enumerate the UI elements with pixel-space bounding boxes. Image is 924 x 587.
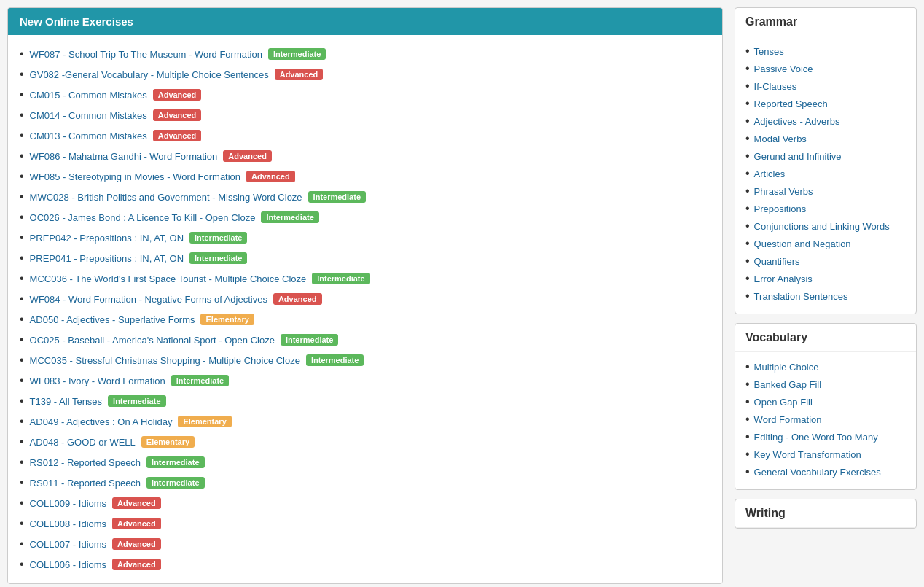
exercise-link-wf083[interactable]: WF083 - Ivory - Word Formation bbox=[30, 376, 165, 386]
exercise-link-wf086[interactable]: WF086 - Mahatma Gandhi - Word Formation bbox=[30, 151, 218, 162]
vocabulary-link-general-vocabulary-exercises[interactable]: General Vocabulary Exercises bbox=[754, 467, 881, 478]
vocabulary-list-item: General Vocabulary Exercises bbox=[745, 463, 906, 481]
exercises-header: New Online Exercises bbox=[8, 8, 722, 35]
exercise-link-prep041[interactable]: PREP041 - Prepositions : IN, AT, ON bbox=[30, 253, 184, 264]
list-item: CM014 - Common MistakesAdvanced bbox=[20, 105, 710, 125]
vocabulary-section: Vocabulary Multiple ChoiceBanked Gap Fil… bbox=[735, 323, 917, 490]
exercise-link-coll008[interactable]: COLL008 - Idioms bbox=[30, 518, 107, 529]
list-item: COLL008 - IdiomsAdvanced bbox=[20, 513, 710, 534]
list-item: AD050 - Adjectives - Superlative FormsEl… bbox=[20, 309, 710, 330]
grammar-link-articles[interactable]: Articles bbox=[754, 168, 786, 179]
exercise-link-cm014[interactable]: CM014 - Common Mistakes bbox=[30, 110, 147, 121]
vocabulary-link-banked-gap-fill[interactable]: Banked Gap Fill bbox=[754, 379, 822, 390]
level-badge: Advanced bbox=[112, 559, 161, 570]
grammar-link-prepositions[interactable]: Prepositions bbox=[754, 203, 807, 214]
level-badge: Advanced bbox=[112, 497, 161, 509]
exercise-link-t139[interactable]: T139 - All Tenses bbox=[30, 396, 102, 407]
list-item: T139 - All TensesIntermediate bbox=[20, 391, 710, 411]
sidebar: Grammar TensesPassive VoiceIf-ClausesRep… bbox=[735, 7, 917, 584]
exercise-link-prep042[interactable]: PREP042 - Prepositions : IN, AT, ON bbox=[30, 233, 184, 244]
grammar-link-gerund-and-infinitive[interactable]: Gerund and Infinitive bbox=[754, 151, 842, 162]
exercise-link-mcc035[interactable]: MCC035 - Stressful Christmas Shopping - … bbox=[30, 355, 300, 366]
level-badge: Intermediate bbox=[281, 334, 338, 346]
vocabulary-link-word-formation[interactable]: Word Formation bbox=[754, 414, 822, 425]
list-item: WF085 - Stereotyping in Movies - Word Fo… bbox=[20, 166, 710, 187]
list-item: WF086 - Mahatma Gandhi - Word FormationA… bbox=[20, 146, 710, 166]
vocabulary-link-multiple-choice[interactable]: Multiple Choice bbox=[754, 362, 819, 373]
exercise-link-wf084[interactable]: WF084 - Word Formation - Negative Forms … bbox=[30, 294, 267, 305]
list-item: MCC035 - Stressful Christmas Shopping - … bbox=[20, 350, 710, 370]
vocabulary-list-item: Open Gap Fill bbox=[745, 393, 906, 411]
exercise-link-gv082[interactable]: GV082 -General Vocabulary - Multiple Cho… bbox=[30, 69, 269, 80]
level-badge: Advanced bbox=[112, 518, 161, 529]
exercise-link-coll009[interactable]: COLL009 - Idioms bbox=[30, 498, 107, 509]
level-badge: Elementary bbox=[141, 436, 195, 448]
exercise-link-ad048[interactable]: AD048 - GOOD or WELL bbox=[30, 437, 136, 448]
vocabulary-link-key-word-transformation[interactable]: Key Word Transformation bbox=[754, 449, 861, 460]
grammar-list-item: Adjectives - Adverbs bbox=[745, 112, 906, 130]
exercise-link-coll007[interactable]: COLL007 - Idioms bbox=[30, 539, 107, 550]
list-item: PREP041 - Prepositions : IN, AT, ONInter… bbox=[20, 248, 710, 268]
level-badge: Intermediate bbox=[146, 477, 204, 489]
vocabulary-list: Multiple ChoiceBanked Gap FillOpen Gap F… bbox=[735, 352, 916, 489]
grammar-list-item: Quantifiers bbox=[745, 252, 906, 270]
level-badge: Intermediate bbox=[189, 232, 247, 244]
grammar-list-item: Question and Negation bbox=[745, 235, 906, 252]
exercise-link-rs012[interactable]: RS012 - Reported Speech bbox=[30, 457, 141, 468]
exercise-link-coll006[interactable]: COLL006 - Idioms bbox=[30, 559, 107, 570]
grammar-link-passive-voice[interactable]: Passive Voice bbox=[754, 63, 813, 74]
vocabulary-title: Vocabulary bbox=[735, 324, 916, 352]
grammar-link-question-and-negation[interactable]: Question and Negation bbox=[754, 238, 851, 249]
exercise-link-wf087[interactable]: WF087 - School Trip To The Museum - Word… bbox=[30, 49, 262, 60]
grammar-list-item: Articles bbox=[745, 165, 906, 182]
exercise-link-cm013[interactable]: CM013 - Common Mistakes bbox=[30, 131, 147, 141]
grammar-list-item: Phrasal Verbs bbox=[745, 182, 906, 200]
grammar-list-item: Prepositions bbox=[745, 200, 906, 217]
exercise-link-oc026[interactable]: OC026 - James Bond : A Licence To Kill -… bbox=[30, 212, 256, 223]
exercise-link-mwc028[interactable]: MWC028 - British Politics and Government… bbox=[30, 192, 302, 203]
grammar-section: Grammar TensesPassive VoiceIf-ClausesRep… bbox=[735, 7, 917, 314]
exercise-link-wf085[interactable]: WF085 - Stereotyping in Movies - Word Fo… bbox=[30, 171, 240, 182]
exercise-link-cm015[interactable]: CM015 - Common Mistakes bbox=[30, 90, 147, 101]
level-badge: Advanced bbox=[273, 293, 322, 305]
grammar-link-if-clauses[interactable]: If-Clauses bbox=[754, 81, 797, 92]
level-badge: Intermediate bbox=[261, 211, 318, 223]
vocabulary-link-open-gap-fill[interactable]: Open Gap Fill bbox=[754, 397, 813, 408]
grammar-link-modal-verbs[interactable]: Modal Verbs bbox=[754, 133, 807, 144]
vocabulary-list-item: Multiple Choice bbox=[745, 358, 906, 376]
vocabulary-list-item: Word Formation bbox=[745, 411, 906, 428]
grammar-list-item: Passive Voice bbox=[745, 60, 906, 77]
grammar-link-error-analysis[interactable]: Error Analysis bbox=[754, 273, 813, 284]
level-badge: Intermediate bbox=[171, 375, 229, 386]
grammar-link-conjunctions-and-linking-words[interactable]: Conjunctions and Linking Words bbox=[754, 221, 890, 232]
grammar-link-reported-speech[interactable]: Reported Speech bbox=[754, 98, 828, 109]
level-badge: Intermediate bbox=[189, 252, 247, 264]
level-badge: Elementary bbox=[178, 416, 231, 427]
exercise-link-rs011[interactable]: RS011 - Reported Speech bbox=[30, 478, 141, 489]
grammar-link-tenses[interactable]: Tenses bbox=[754, 46, 784, 57]
exercise-link-ad049[interactable]: AD049 - Adjectives : On A Holiday bbox=[30, 416, 173, 427]
level-badge: Advanced bbox=[246, 171, 295, 182]
level-badge: Intermediate bbox=[268, 48, 326, 60]
exercise-link-mcc036[interactable]: MCC036 - The World's First Space Tourist… bbox=[30, 273, 307, 284]
exercises-box: New Online Exercises WF087 - School Trip… bbox=[7, 7, 723, 584]
level-badge: Advanced bbox=[275, 69, 324, 80]
list-item: MCC036 - The World's First Space Tourist… bbox=[20, 268, 710, 289]
grammar-list-item: Modal Verbs bbox=[745, 130, 906, 147]
exercise-link-oc025[interactable]: OC025 - Baseball - America's National Sp… bbox=[30, 335, 275, 346]
level-badge: Intermediate bbox=[308, 191, 366, 203]
grammar-list-item: Conjunctions and Linking Words bbox=[745, 217, 906, 235]
grammar-link-quantifiers[interactable]: Quantifiers bbox=[754, 256, 800, 267]
grammar-link-translation-sentences[interactable]: Translation Sentences bbox=[754, 291, 848, 302]
list-item: GV082 -General Vocabulary - Multiple Cho… bbox=[20, 64, 710, 85]
level-badge: Advanced bbox=[153, 109, 202, 121]
exercise-link-ad050[interactable]: AD050 - Adjectives - Superlative Forms bbox=[30, 314, 195, 325]
grammar-title: Grammar bbox=[735, 8, 916, 36]
vocabulary-link-editing---one-word-too-many[interactable]: Editing - One Word Too Many bbox=[754, 432, 878, 443]
level-badge: Advanced bbox=[223, 150, 272, 162]
grammar-link-phrasal-verbs[interactable]: Phrasal Verbs bbox=[754, 186, 813, 197]
list-item: RS012 - Reported SpeechIntermediate bbox=[20, 452, 710, 473]
level-badge: Intermediate bbox=[306, 354, 364, 366]
level-badge: Intermediate bbox=[146, 456, 204, 468]
grammar-link-adjectives---adverbs[interactable]: Adjectives - Adverbs bbox=[754, 116, 840, 127]
